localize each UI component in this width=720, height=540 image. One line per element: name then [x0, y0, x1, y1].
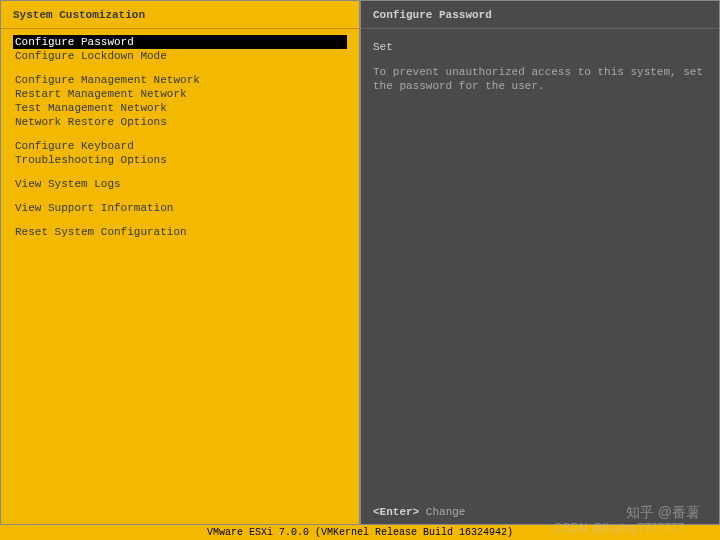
menu-item-configure-mgmt-network[interactable]: Configure Management Network	[13, 73, 347, 87]
menu-item-test-mgmt-network[interactable]: Test Management Network	[13, 101, 347, 115]
hint-action-change: Change	[426, 506, 466, 518]
right-panel-title: Configure Password	[361, 1, 719, 29]
menu-item-network-restore-options[interactable]: Network Restore Options	[13, 115, 347, 129]
detail-heading: Set	[373, 35, 707, 55]
menu-item-configure-keyboard[interactable]: Configure Keyboard	[13, 139, 347, 153]
menu-item-restart-mgmt-network[interactable]: Restart Management Network	[13, 87, 347, 101]
menu-group: Reset System Configuration	[13, 225, 347, 239]
right-panel: Configure Password Set To prevent unauth…	[360, 0, 720, 525]
left-panel: System Customization Configure Password …	[0, 0, 360, 525]
menu-item-configure-lockdown-mode[interactable]: Configure Lockdown Mode	[13, 49, 347, 63]
menu-group: Configure Password Configure Lockdown Mo…	[13, 35, 347, 63]
menu-item-view-support-information[interactable]: View Support Information	[13, 201, 347, 215]
menu-item-view-system-logs[interactable]: View System Logs	[13, 177, 347, 191]
menu-group: Configure Management Network Restart Man…	[13, 73, 347, 129]
menu-item-reset-system-configuration[interactable]: Reset System Configuration	[13, 225, 347, 239]
hint-key-enter: <Enter>	[373, 506, 419, 518]
detail-description: To prevent unauthorized access to this s…	[373, 65, 707, 93]
menu-group: View Support Information	[13, 201, 347, 215]
left-panel-title: System Customization	[1, 1, 359, 29]
status-bar: VMware ESXi 7.0.0 (VMKernel Release Buil…	[0, 525, 720, 540]
right-panel-body: Set To prevent unauthorized access to th…	[361, 29, 719, 105]
menu-item-configure-password[interactable]: Configure Password	[13, 35, 347, 49]
menu-list: Configure Password Configure Lockdown Mo…	[1, 29, 359, 261]
hint-bar: <Enter> Change	[373, 506, 707, 518]
menu-group: Configure Keyboard Troubleshooting Optio…	[13, 139, 347, 167]
menu-group: View System Logs	[13, 177, 347, 191]
dcui-screen: System Customization Configure Password …	[0, 0, 720, 525]
menu-item-troubleshooting-options[interactable]: Troubleshooting Options	[13, 153, 347, 167]
